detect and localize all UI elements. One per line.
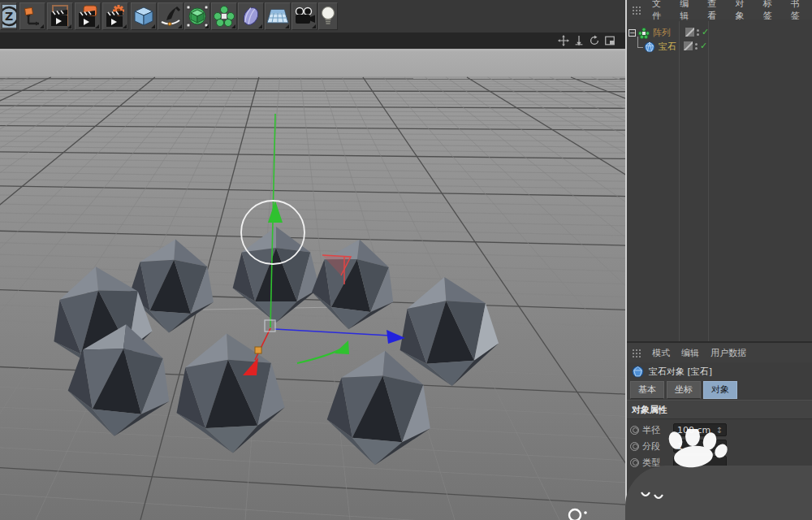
- om-column-divider: [708, 21, 709, 341]
- camera-button[interactable]: [292, 2, 317, 30]
- rotate-view-icon[interactable]: [589, 35, 600, 46]
- attribute-menubar: 模式 编辑 用户数据: [627, 343, 812, 362]
- enabled-check[interactable]: ✓: [702, 28, 709, 37]
- gem-icon: [644, 41, 655, 53]
- array-tool-icon: [214, 6, 235, 27]
- axis-tool-button[interactable]: [19, 2, 45, 30]
- environment-floor-button[interactable]: [265, 2, 291, 30]
- axis-tool-icon: [23, 6, 42, 26]
- gizmo-plane-handle[interactable]: [255, 347, 261, 353]
- watermark-squiggles: [640, 488, 672, 504]
- panel-grip-icon[interactable]: [632, 6, 641, 15]
- render-view-button[interactable]: [47, 2, 73, 30]
- array-icon: [638, 28, 650, 39]
- object-name[interactable]: 阵列: [653, 27, 671, 39]
- render-settings-icon: [105, 5, 126, 28]
- om-menu-tags[interactable]: 标签: [763, 0, 780, 22]
- deformers-button[interactable]: [238, 2, 264, 30]
- object-list: − 阵列 ✓ 宝石: [627, 21, 812, 341]
- render-to-picture-viewer-button[interactable]: [75, 2, 101, 30]
- toggle-view-icon[interactable]: [604, 35, 615, 46]
- render-settings-button[interactable]: [102, 2, 128, 30]
- om-menu-edit[interactable]: 编辑: [680, 0, 696, 22]
- tree-elbow: [633, 40, 643, 54]
- render-view-icon: [50, 5, 71, 28]
- visibility-dots[interactable]: [697, 29, 699, 36]
- floor-grid-icon: [266, 6, 289, 26]
- om-menu-view[interactable]: 查看: [707, 0, 723, 22]
- panel-grip-icon[interactable]: [632, 349, 641, 358]
- om-menu-file[interactable]: 文件: [652, 0, 668, 22]
- keyframe-circle[interactable]: [630, 458, 639, 467]
- zoom-view-icon[interactable]: [573, 35, 585, 46]
- enabled-check[interactable]: ✓: [700, 41, 707, 50]
- pan-view-icon[interactable]: [558, 35, 569, 46]
- paw-watermark: [664, 429, 729, 470]
- main-toolbar: Z: [0, 0, 625, 32]
- camera-icon: [293, 6, 316, 26]
- layer-swatch[interactable]: [684, 41, 693, 50]
- object-row-gem[interactable]: 宝石 ✓: [633, 40, 676, 54]
- object-row-array[interactable]: − 阵列 ✓: [628, 26, 671, 40]
- am-menu-userdata[interactable]: 用户数据: [710, 347, 746, 359]
- tab-coordinates[interactable]: 坐标: [667, 381, 701, 399]
- expand-toggle[interactable]: −: [628, 29, 636, 37]
- object-title: 宝石对象 [宝石]: [649, 366, 712, 378]
- add-cube-button[interactable]: [131, 2, 157, 30]
- tab-basic[interactable]: 基本: [630, 381, 664, 399]
- deformer-shell-icon: [240, 6, 261, 27]
- keyframe-circle[interactable]: [630, 426, 639, 435]
- am-menu-mode[interactable]: 模式: [652, 347, 670, 359]
- spline-pen-button[interactable]: [158, 2, 184, 30]
- om-menu-objects[interactable]: 对象: [736, 0, 752, 22]
- object-manager-menubar: 文件 编辑 查看 对象 标签 书签: [627, 0, 812, 20]
- om-column-divider: [679, 21, 680, 341]
- light-bulb-icon: [320, 6, 336, 27]
- object-name[interactable]: 宝石: [659, 41, 676, 53]
- tab-object[interactable]: 对象: [703, 381, 737, 399]
- layer-swatch[interactable]: [685, 28, 694, 37]
- am-menu-edit[interactable]: 编辑: [681, 347, 699, 359]
- attribute-tabs: 基本 坐标 对象: [627, 380, 812, 400]
- app-logo-icon: Z: [2, 4, 17, 28]
- keyframe-circle[interactable]: [630, 442, 639, 451]
- cube-icon: [133, 6, 154, 27]
- spline-pen-icon: [160, 6, 181, 27]
- app-logo-button[interactable]: Z: [0, 2, 17, 30]
- viewport-titlebar: [0, 32, 625, 49]
- visibility-dots[interactable]: [695, 43, 698, 50]
- generators-button[interactable]: [184, 2, 210, 30]
- om-menu-bookmarks[interactable]: 书签: [791, 0, 807, 22]
- render-to-picture-viewer-icon: [77, 5, 98, 28]
- modeling-objects-button[interactable]: [211, 2, 237, 30]
- subdivision-surface-icon: [187, 6, 208, 27]
- viewport-canvas[interactable]: [0, 51, 625, 520]
- section-header: 对象属性: [627, 400, 812, 419]
- light-button[interactable]: [318, 2, 338, 30]
- gem-icon: [632, 366, 644, 378]
- svg-text:Z: Z: [5, 10, 13, 23]
- attribute-object-header: 宝石对象 [宝石]: [627, 362, 812, 380]
